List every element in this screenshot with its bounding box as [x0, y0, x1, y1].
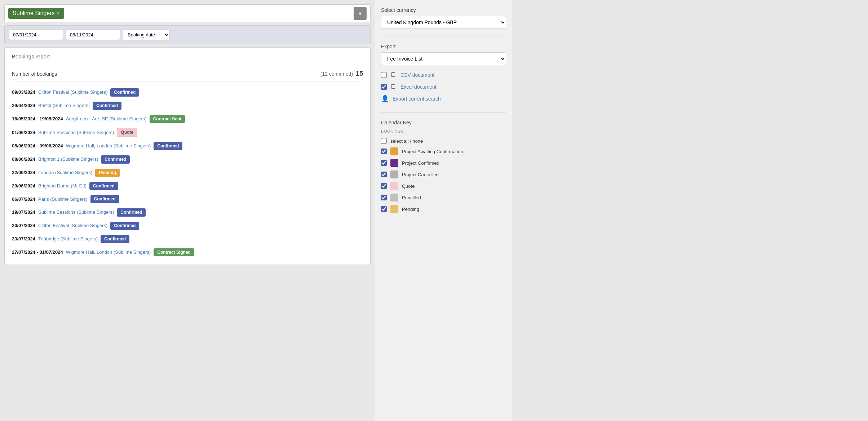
calendar-key-items: Project Awaiting ConfirmationProject Con… — [381, 146, 506, 215]
booking-status-badge: Confirmed — [89, 182, 118, 190]
export-current-search-button[interactable]: 👤 Export current search — [381, 93, 506, 105]
calendar-key-item[interactable]: Quote — [381, 180, 506, 192]
calendar-key-color-swatch — [390, 205, 398, 213]
calendar-key-item-label[interactable]: Quote — [402, 183, 415, 189]
calendar-key-checkbox[interactable] — [381, 149, 387, 154]
select-all-label[interactable]: select all / none — [390, 138, 423, 144]
calendar-key-item-label[interactable]: Project Awaiting Confirmation — [402, 149, 463, 154]
booking-date: 01/06/2024 — [12, 129, 35, 136]
booking-row: 27/07/2024 - 31/07/2024Wigmore Hall, Lon… — [12, 246, 363, 259]
sidebar-divider-1 — [381, 36, 506, 36]
booking-name[interactable]: Paris (Sublime Singers) — [38, 196, 88, 203]
booking-status-badge: Confirmed — [101, 235, 129, 243]
export-section: Export Fee Invoice List Booking Summary … — [381, 44, 506, 105]
bookings-count-row: Number of bookings (12 confirmed) 15 — [12, 70, 363, 81]
booking-status-badge: Confirmed — [110, 222, 139, 230]
booking-row: 08/06/2024Brighton 1 (Sublime Singers)Co… — [12, 153, 363, 166]
tag-bar: Sublime Singers × ▾ — [4, 4, 371, 22]
booking-date: 29/06/2024 — [12, 183, 35, 189]
booking-date: 29/04/2024 — [12, 102, 35, 109]
report-card: Bookings report Number of bookings (12 c… — [4, 47, 371, 265]
booking-date: 09/03/2024 — [12, 89, 35, 96]
report-title: Bookings report — [12, 53, 363, 64]
csv-label[interactable]: CSV document — [400, 72, 434, 78]
calendar-key-item[interactable]: Project Confirmed — [381, 157, 506, 169]
booking-status-badge: Contract Sent — [150, 115, 185, 123]
booking-name[interactable]: Clifton Festival (Sublime Singers) — [38, 89, 107, 96]
booking-status-badge: Pending — [95, 169, 119, 177]
booking-name[interactable]: Tunbridge (Sublime Singers) — [38, 236, 98, 242]
booking-date: 16/05/2024 - 19/05/2024 — [12, 116, 63, 122]
calendar-key-checkbox[interactable] — [381, 195, 387, 200]
calendar-bookings-subtitle: BOOKINGS — [381, 129, 506, 133]
booking-row: 22/06/2024London (Sublime Singers)Pendin… — [12, 166, 363, 180]
booking-row: 23/07/2024Tunbridge (Sublime Singers)Con… — [12, 232, 363, 246]
booking-row: 05/06/2024 - 09/06/2024Wigmore Hall, Lon… — [12, 139, 363, 153]
csv-checkbox[interactable] — [381, 72, 387, 78]
excel-checkbox[interactable] — [381, 84, 387, 90]
currency-section: Select currency United Kingdom Pounds - … — [381, 7, 506, 29]
calendar-key-item[interactable]: Pending — [381, 203, 506, 215]
booking-date: 27/07/2024 - 31/07/2024 — [12, 249, 63, 256]
booking-row: 01/06/2024Sublime Sessions (Sublime Sing… — [12, 125, 363, 139]
booking-name[interactable]: London (Sublime Singers) — [38, 169, 92, 176]
booking-name[interactable]: Bristol (Sublime Singers) — [38, 102, 90, 109]
date-type-select[interactable]: Booking date Event date Invoice date — [123, 29, 170, 40]
calendar-key-item[interactable]: Project Awaiting Confirmation — [381, 146, 506, 157]
booking-date: 05/06/2024 - 09/06/2024 — [12, 143, 63, 149]
calendar-key-checkbox[interactable] — [381, 172, 387, 177]
booking-name[interactable]: Brighton Dome (Mr DJ) — [38, 183, 87, 189]
excel-export-option[interactable]: 🗒 Excel document — [381, 81, 506, 93]
booking-row: 16/05/2024 - 19/05/2024Åregården - Åre, … — [12, 112, 363, 126]
select-all-checkbox[interactable] — [381, 138, 387, 144]
export-type-select[interactable]: Fee Invoice List Booking Summary Contrac… — [381, 52, 506, 65]
booking-row: 19/07/2024Sublime Sessions (Sublime Sing… — [12, 206, 363, 219]
total-count: 15 — [356, 70, 363, 77]
booking-status-badge: Confirmed — [117, 208, 146, 217]
booking-status-badge: Confirmed — [93, 102, 121, 110]
booking-date: 22/06/2024 — [12, 169, 35, 176]
booking-date: 08/06/2024 — [12, 156, 35, 163]
calendar-key-color-swatch — [390, 159, 398, 167]
calendar-key-item-label[interactable]: Project Cancelled — [402, 172, 439, 177]
select-all-none-row[interactable]: select all / none — [381, 136, 506, 146]
booking-name[interactable]: Sublime Sessions (Sublime Singers) — [38, 129, 114, 136]
csv-icon: 🗒 — [390, 71, 397, 79]
export-label: Export — [381, 44, 506, 49]
date-from-input[interactable] — [9, 30, 63, 40]
booking-row: 06/07/2024Paris (Sublime Singers)Confirm… — [12, 192, 363, 206]
booking-name[interactable]: Brighton 1 (Sublime Singers) — [38, 156, 98, 163]
artist-tag-label: Sublime Singers — [13, 10, 55, 17]
person-icon: 👤 — [381, 95, 389, 103]
booking-name[interactable]: Wigmore Hall, London (Sublime Singers) — [66, 143, 151, 149]
artist-tag-chip[interactable]: Sublime Singers × — [8, 8, 64, 19]
tag-bar-chevron-button[interactable]: ▾ — [354, 7, 367, 20]
calendar-key-item-label[interactable]: Pencilled — [402, 195, 421, 200]
booking-name[interactable]: Sublime Sessions (Sublime Singers) — [38, 209, 114, 216]
booking-name[interactable]: Wigmore Hall, London (Sublime Singers) — [66, 249, 151, 256]
booking-status-badge: Quote — [117, 128, 137, 137]
bookings-count-label: Number of bookings — [12, 71, 57, 77]
calendar-key-checkbox[interactable] — [381, 206, 387, 212]
excel-label[interactable]: Excel document — [400, 84, 437, 90]
calendar-key-color-swatch — [390, 194, 398, 201]
booking-date: 19/07/2024 — [12, 209, 35, 216]
calendar-key-item-label[interactable]: Project Confirmed — [402, 160, 439, 166]
csv-export-option[interactable]: 🗒 CSV document — [381, 69, 506, 81]
calendar-key-item[interactable]: Project Cancelled — [381, 169, 506, 180]
calendar-key-item[interactable]: Pencilled — [381, 192, 506, 203]
bookings-list: 09/03/2024Clifton Festival (Sublime Sing… — [12, 86, 363, 259]
calendar-key-item-label[interactable]: Pending — [402, 207, 419, 212]
booking-date: 06/07/2024 — [12, 196, 35, 203]
date-to-input[interactable] — [66, 30, 120, 40]
calendar-key-checkbox[interactable] — [381, 160, 387, 166]
calendar-key-checkbox[interactable] — [381, 183, 387, 189]
calendar-key-color-swatch — [390, 170, 398, 178]
booking-name[interactable]: Clifton Festival (Sublime Singers) — [38, 222, 107, 229]
currency-select[interactable]: United Kingdom Pounds - GBP US Dollars -… — [381, 16, 506, 29]
sidebar-divider-2 — [381, 112, 506, 112]
artist-tag-close[interactable]: × — [57, 10, 60, 16]
calendar-key-title: Calendar Key — [381, 120, 506, 125]
booking-name[interactable]: Åregården - Åre, SE (Sublime Singers) — [66, 116, 147, 122]
calendar-key-color-swatch — [390, 147, 398, 155]
